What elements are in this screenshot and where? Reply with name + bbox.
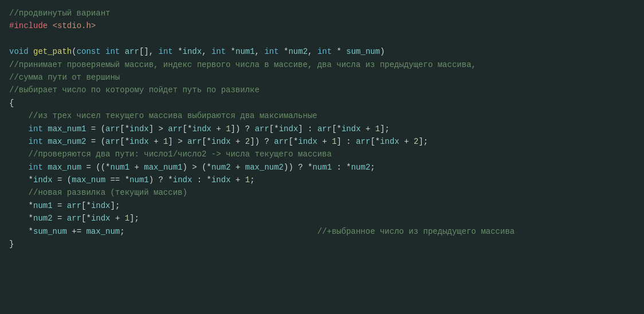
code-line-8: { bbox=[9, 97, 635, 109]
code-line-15: //новая развилка (текущий массив) bbox=[9, 186, 635, 199]
code-line-14: * indx = ( max_num == * num1 ) ? * indx … bbox=[9, 174, 635, 186]
comment-from-three: //из трех чисел текущего массива выбираю… bbox=[29, 109, 317, 122]
code-line-13: int max_num = (( * num1 + max_num1 ) > (… bbox=[9, 161, 635, 174]
include-path: <stdio.h> bbox=[53, 19, 96, 32]
code-line-3 bbox=[9, 33, 635, 45]
code-line-1: //продвинутый вариант bbox=[9, 7, 635, 19]
code-line-12: //проверяются два пути: число1/число2 ->… bbox=[9, 148, 635, 160]
comment-new-fork: //новая развилка (текущий массив) bbox=[29, 186, 187, 199]
comment-two-paths: //проверяются два пути: число1/число2 ->… bbox=[29, 148, 332, 160]
code-line-2: #include <stdio.h> bbox=[9, 19, 635, 32]
code-editor: //продвинутый вариант #include <stdio.h>… bbox=[0, 0, 644, 314]
comment-plus-selected: //+выбранное число из предыдущего массив… bbox=[317, 225, 515, 238]
comment-sum: //сумма пути от вершины bbox=[9, 71, 120, 84]
comment-accepts: //принимает проверяемый массив, индекс п… bbox=[9, 58, 476, 71]
comment-selects: //выбирает число по которому пойдет путь… bbox=[9, 84, 260, 96]
void-keyword: void bbox=[9, 45, 29, 58]
code-line-9: //из трех чисел текущего массива выбираю… bbox=[9, 109, 635, 122]
code-line-4: void get_path ( const int arr [], int * … bbox=[9, 45, 635, 58]
code-line-5: //принимает проверяемый массив, индекс п… bbox=[9, 58, 635, 71]
code-line-6: //сумма пути от вершины bbox=[9, 71, 635, 84]
code-line-18: * sum_num += max_num ; //+выбранное числ… bbox=[9, 225, 635, 238]
code-line-19: } bbox=[9, 238, 635, 250]
code-line-7: //выбирает число по которому пойдет путь… bbox=[9, 84, 635, 96]
comment-advanced: //продвинутый вариант bbox=[9, 7, 110, 19]
func-name: get_path bbox=[33, 45, 72, 58]
preprocessor-include: #include bbox=[9, 19, 48, 32]
code-line-17: * num2 = arr [ * indx + 1 ]; bbox=[9, 212, 635, 225]
code-line-16: * num1 = arr [ * indx ]; bbox=[9, 199, 635, 212]
code-line-11: int max_num2 = ( arr [ * indx + 1 ] > ar… bbox=[9, 135, 635, 148]
code-line-10: int max_num1 = ( arr [ * indx ] > arr [ … bbox=[9, 123, 635, 135]
